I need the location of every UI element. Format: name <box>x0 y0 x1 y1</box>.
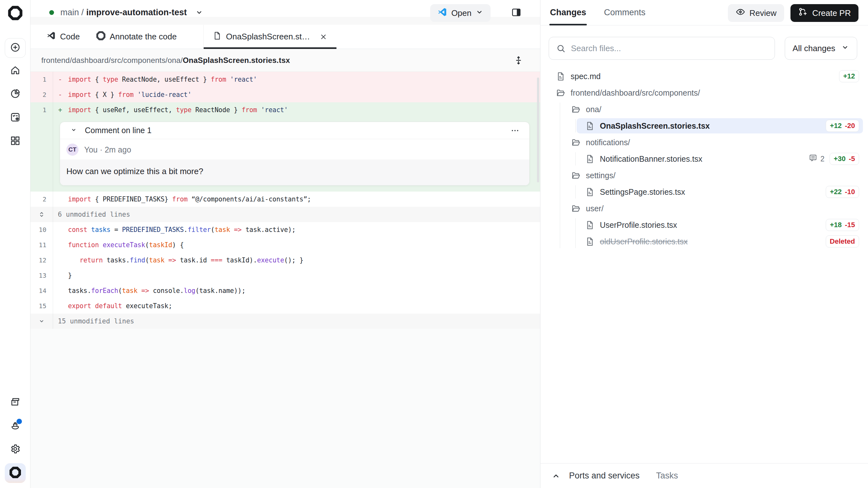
folder-open-icon <box>571 138 581 147</box>
tree-file-row[interactable]: oldUserProfile.stories.tsxDeleted <box>540 233 868 250</box>
account-avatar[interactable] <box>5 463 26 483</box>
tab-comments[interactable]: Comments <box>603 0 646 25</box>
tab-changes-label: Changes <box>550 8 586 18</box>
file-text-icon <box>585 220 595 230</box>
diff-row-ctx: 13 } <box>31 268 540 283</box>
tree-item-name: oldUserProfile.stories.tsx <box>600 237 687 246</box>
line-number: 2 <box>31 87 53 102</box>
tree-file-row[interactable]: SettingsPage.stories.tsx+22-10 <box>540 184 868 200</box>
footer-ports-label[interactable]: Ports and services <box>569 471 640 481</box>
collapse-footer-icon[interactable] <box>551 471 561 481</box>
plus-circle-icon <box>10 42 21 54</box>
tree-item-name: spec.md <box>570 72 600 81</box>
archive-box-icon <box>10 396 21 408</box>
grid-icon <box>10 135 21 147</box>
tree-folder-row[interactable]: frontend/dashboard/src/components/ <box>540 85 868 101</box>
filter-label: All changes <box>793 43 835 53</box>
tab-code[interactable]: Code <box>38 25 88 49</box>
expand-diff-icon[interactable] <box>514 55 524 65</box>
search-files-box <box>549 37 775 60</box>
footer-tasks-label[interactable]: Tasks <box>656 471 678 481</box>
tree-file-row[interactable]: UserProfile.stories.tsx+18-15 <box>540 217 868 233</box>
tab-open-file[interactable]: OnaSplashScreen.st… <box>203 25 336 49</box>
tab-file-label: OnaSplashScreen.st… <box>226 32 310 41</box>
tree-folder-row[interactable]: ona/ <box>540 101 868 118</box>
branch-bar: main / improve-automation-test Open <box>31 0 540 25</box>
line-number: 14 <box>31 283 53 298</box>
comment-count: 2 <box>809 153 825 164</box>
changes-panel-header: Changes Comments Review Create PR <box>540 0 868 25</box>
diff-row-ctx: 14 tasks.forEach(task => console.log(tas… <box>31 283 540 298</box>
sidebar-item-releases[interactable] <box>5 416 26 436</box>
diff-stat-badge: +22-10 <box>826 186 859 198</box>
indent-guide <box>576 218 576 248</box>
vscode-icon <box>437 7 447 20</box>
diff-stat-badge: +12-20 <box>826 120 859 132</box>
chevron-down-icon <box>841 43 849 54</box>
changes-filter-dropdown[interactable]: All changes <box>785 37 857 60</box>
tree-item-name: notifications/ <box>586 138 630 147</box>
search-input[interactable] <box>571 43 775 53</box>
base-branch-label: main / <box>60 8 84 18</box>
tab-code-label: Code <box>60 32 80 41</box>
folder-open-icon <box>571 204 581 214</box>
tree-file-row[interactable]: spec.md+12 <box>540 68 868 85</box>
collapse-comment-icon[interactable] <box>69 126 78 135</box>
tree-folder-row[interactable]: settings/ <box>540 167 868 184</box>
sidebar-item-usage[interactable] <box>5 84 26 105</box>
open-button-label: Open <box>451 8 471 18</box>
diff-row-ctx: 11 function executeTask(taskId) { <box>31 237 540 252</box>
tree-folder-row[interactable]: user/ <box>540 200 868 217</box>
toggle-side-panel-icon[interactable] <box>511 7 522 19</box>
diff-sign: - <box>53 87 68 102</box>
tab-annotate[interactable]: Annotate the code <box>88 25 185 49</box>
expand-lines-icon[interactable] <box>31 207 53 222</box>
tree-folder-row[interactable]: notifications/ <box>540 134 868 151</box>
gear-icon <box>10 444 21 456</box>
tab-annotate-label: Annotate the code <box>110 32 177 41</box>
sidebar-item-home[interactable] <box>5 60 26 81</box>
diff-expand-row[interactable]: 6 unmodified lines <box>31 207 540 222</box>
editor-panel: main / improve-automation-test Open Code… <box>31 0 540 488</box>
comment-author-meta: You · 2m ago <box>84 145 131 154</box>
comment-text: How can we optimize this a bit more? <box>60 159 529 185</box>
tree-item-name: UserProfile.stories.tsx <box>600 220 677 230</box>
comment-gutter <box>31 118 53 191</box>
line-number: 13 <box>31 268 53 283</box>
pie-chart-icon <box>10 88 21 100</box>
tree-file-row[interactable]: NotificationBanner.stories.tsx2+30-5 <box>540 151 868 167</box>
comment-bubble-icon <box>809 153 817 164</box>
diff-stat-badge: +18-15 <box>826 219 859 231</box>
unmodified-lines-label: 6 unmodified lines <box>58 207 130 222</box>
code-line: function executeTask(taskId) { <box>68 237 184 252</box>
sidebar-item-archive[interactable] <box>5 392 26 413</box>
task-sparkle-icon <box>10 112 21 124</box>
branch-chevron-down-icon[interactable] <box>195 8 203 17</box>
diff-expand-row[interactable]: 15 unmodified lines <box>31 313 540 329</box>
branch-name[interactable]: improve-automation-test <box>86 8 187 18</box>
diff-row-del: 2- import { X } from 'lucide-react' <box>31 87 540 102</box>
ona-logo-icon <box>8 6 23 22</box>
tree-file-row[interactable]: OnaSplashScreen.stories.tsx+12-20 <box>540 118 868 134</box>
tab-changes[interactable]: Changes <box>549 0 587 25</box>
line-number: 12 <box>31 252 53 268</box>
close-tab-icon[interactable] <box>319 33 328 41</box>
create-pr-button[interactable]: Create PR <box>790 4 859 22</box>
code-line: export default executeTask; <box>68 298 172 313</box>
review-button[interactable]: Review <box>728 4 784 22</box>
sidebar-item-projects[interactable] <box>5 131 26 152</box>
vscode-icon-dark <box>46 31 56 42</box>
open-in-vscode-button[interactable]: Open <box>430 4 491 22</box>
scrollbar-thumb[interactable] <box>537 78 539 182</box>
sidebar-item-settings[interactable] <box>5 439 26 460</box>
expand-lines-icon[interactable] <box>31 313 53 329</box>
search-icon <box>556 43 566 53</box>
comment-menu-icon[interactable] <box>510 126 520 135</box>
indent-guide <box>576 152 576 165</box>
code-line: import { X } from 'lucide-react' <box>68 87 192 102</box>
file-icon <box>213 31 222 42</box>
branch-status-dot <box>49 10 54 15</box>
unmodified-lines-label: 15 unmodified lines <box>58 313 134 329</box>
new-workspace-button[interactable] <box>5 38 26 58</box>
sidebar-item-tasks[interactable] <box>5 108 26 128</box>
